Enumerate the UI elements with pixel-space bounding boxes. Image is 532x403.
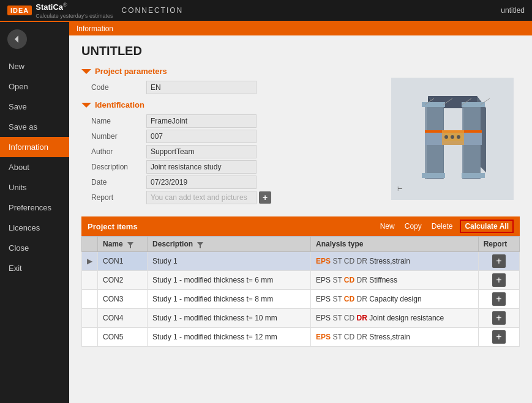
- author-value[interactable]: SupportTeam: [146, 145, 257, 158]
- row-arrow: ▶: [82, 252, 98, 271]
- svg-marker-26: [197, 242, 203, 248]
- table-row[interactable]: CON5Study 1 - modified thickness t= 12 m…: [82, 328, 520, 347]
- new-button[interactable]: New: [378, 221, 397, 231]
- content-area: Information UNTITLED Project parameters …: [69, 22, 532, 403]
- row-name[interactable]: CON3: [98, 290, 148, 309]
- col-description-header[interactable]: Description: [148, 237, 311, 252]
- report-add-button[interactable]: +: [259, 191, 271, 204]
- sidebar-item-about[interactable]: About: [0, 157, 69, 177]
- tag-eps: EPS: [316, 333, 332, 341]
- project-parameters-form: Code EN: [91, 81, 379, 94]
- row-description: Study 1 - modified thickness t= 6 mm: [148, 271, 311, 290]
- analysis-text: Stress,strain: [369, 257, 410, 265]
- sidebar-item-information[interactable]: Information: [0, 137, 69, 157]
- report-label: Report: [91, 193, 146, 202]
- number-label: Number: [91, 132, 146, 141]
- svg-rect-14: [462, 173, 485, 178]
- tag-eps: EPS: [316, 257, 332, 265]
- number-row: Number 007: [91, 130, 379, 143]
- sidebar-item-new[interactable]: New: [0, 56, 69, 76]
- project-parameters-header[interactable]: Project parameters: [81, 67, 379, 76]
- svg-marker-25: [127, 242, 133, 248]
- model-3d-container: ⊢: [385, 67, 520, 210]
- date-row: Date 07/23/2019: [91, 176, 379, 189]
- project-parameters-title: Project parameters: [95, 67, 167, 76]
- project-items-table: Name Description Analysis type Report: [81, 236, 520, 347]
- author-row: Author SupportTeam: [91, 145, 379, 158]
- report-add-icon[interactable]: +: [492, 273, 506, 287]
- row-report[interactable]: +: [478, 309, 519, 328]
- row-analysis: EPS ST CD DR Stress,strain: [311, 252, 479, 271]
- description-value[interactable]: Joint resistance study: [146, 160, 257, 174]
- table-row[interactable]: CON4Study 1 - modified thickness t= 10 m…: [82, 309, 520, 328]
- table-header-bar: Project items New Copy Delete Calculate …: [81, 216, 520, 236]
- row-name[interactable]: CON2: [98, 271, 148, 290]
- back-button[interactable]: [7, 29, 27, 49]
- row-name[interactable]: CON1: [98, 252, 148, 271]
- tag-cd: CD: [344, 295, 357, 303]
- logo-statica: StatiCa: [36, 3, 63, 12]
- tag-dr: DR: [357, 257, 370, 265]
- row-analysis: EPS ST CD DR Stiffness: [311, 271, 479, 290]
- sidebar-item-close[interactable]: Close: [0, 238, 69, 258]
- code-value: EN: [146, 81, 257, 94]
- row-report[interactable]: +: [478, 271, 519, 290]
- row-analysis: EPS ST CD DR Capacity design: [311, 290, 479, 309]
- tag-cd: CD: [344, 276, 357, 284]
- col-name-header[interactable]: Name: [98, 237, 148, 252]
- row-name[interactable]: CON4: [98, 309, 148, 328]
- report-add-icon[interactable]: +: [492, 330, 506, 344]
- table-row[interactable]: CON2Study 1 - modified thickness t= 6 mm…: [82, 271, 520, 290]
- description-row: Description Joint resistance study: [91, 160, 379, 174]
- sidebar-item-save-as[interactable]: Save as: [0, 117, 69, 137]
- table-row[interactable]: ▶CON1Study 1EPS ST CD DR Stress,strain+: [82, 252, 520, 271]
- copy-button[interactable]: Copy: [402, 221, 424, 231]
- number-value[interactable]: 007: [146, 130, 257, 143]
- model-3d-view: ⊢: [391, 78, 514, 200]
- col-arrow: [82, 237, 98, 252]
- author-label: Author: [91, 147, 146, 156]
- project-items-title: Project items: [88, 222, 373, 231]
- report-add-icon[interactable]: +: [492, 254, 506, 268]
- tag-dr: DR: [357, 333, 370, 341]
- tag-eps: EPS: [316, 276, 332, 284]
- page-title: UNTITLED: [81, 44, 520, 58]
- code-label: Code: [91, 83, 146, 92]
- sidebar-item-licences[interactable]: Licences: [0, 218, 69, 238]
- collapse-triangle-id: [81, 103, 91, 108]
- calculate-all-button[interactable]: Calculate All: [460, 220, 514, 233]
- row-report[interactable]: +: [478, 328, 519, 347]
- name-value[interactable]: FrameJoint: [146, 114, 257, 128]
- info-3d-layout: Project parameters Code EN Identificatio…: [81, 67, 520, 210]
- row-analysis: EPS ST CD DR Joint design resistance: [311, 309, 479, 328]
- sidebar-item-exit[interactable]: Exit: [0, 258, 69, 278]
- date-value[interactable]: 07/23/2019: [146, 176, 257, 189]
- row-name[interactable]: CON5: [98, 328, 148, 347]
- report-add-icon[interactable]: +: [492, 292, 506, 306]
- report-value[interactable]: You can add text and pictures: [146, 191, 257, 204]
- identification-title: Identification: [95, 100, 144, 109]
- svg-point-18: [451, 135, 454, 139]
- table-header-row: Name Description Analysis type Report: [82, 237, 520, 252]
- tag-st: ST: [332, 333, 343, 341]
- svg-marker-0: [15, 35, 18, 43]
- sidebar-item-preferences[interactable]: Preferences: [0, 198, 69, 218]
- tag-dr: DR: [357, 295, 370, 303]
- description-label: Description: [91, 163, 146, 171]
- analysis-text: Joint design resistance: [369, 314, 444, 322]
- row-report[interactable]: +: [478, 290, 519, 309]
- report-add-icon[interactable]: +: [492, 311, 506, 325]
- row-report[interactable]: +: [478, 252, 519, 271]
- tag-cd: CD: [344, 257, 357, 265]
- sidebar-item-units[interactable]: Units: [0, 177, 69, 198]
- row-arrow: [82, 328, 98, 347]
- row-description: Study 1: [148, 252, 311, 271]
- delete-button[interactable]: Delete: [429, 221, 455, 231]
- identification-header[interactable]: Identification: [81, 100, 379, 109]
- table-row[interactable]: CON3Study 1 - modified thickness t= 8 mm…: [82, 290, 520, 309]
- row-description: Study 1 - modified thickness t= 10 mm: [148, 309, 311, 328]
- tag-st: ST: [332, 314, 343, 322]
- col-analysis-header[interactable]: Analysis type: [311, 237, 479, 252]
- sidebar-item-open[interactable]: Open: [0, 76, 69, 97]
- sidebar-item-save[interactable]: Save: [0, 97, 69, 117]
